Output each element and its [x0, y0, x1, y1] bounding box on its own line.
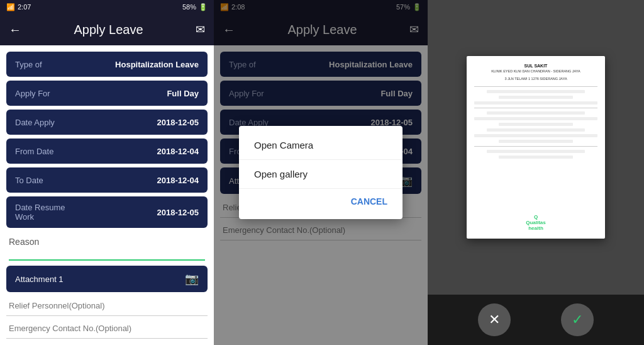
doc-title: SUL SAKIT: [525, 64, 548, 68]
doc-content-6: [499, 123, 573, 126]
type-label: Type of: [15, 60, 42, 69]
doc-content-2: [499, 96, 573, 99]
cancel-icon: ✕: [489, 312, 500, 328]
to-date-label: To Date: [15, 176, 43, 185]
reason-input-area[interactable]: [9, 248, 205, 261]
type-value: Hospitalization Leave: [115, 60, 199, 69]
dialog-overlay: Open Camera Open gallery CANCEL: [214, 0, 428, 345]
date-resume-label: Date ResumeWork: [15, 203, 65, 222]
doc-content-11: [499, 156, 573, 159]
time-1: 2:07: [18, 3, 31, 11]
date-apply-label: Date Apply: [15, 118, 55, 127]
doc-line-1: [474, 86, 597, 87]
type-row[interactable]: Type of Hospitalization Leave: [6, 52, 208, 77]
phone-panel-1: 📶 2:07 58% 🔋 ← Apply Leave ✉ Type of Hos…: [0, 0, 214, 345]
doc-line-2: [474, 108, 597, 108]
from-date-label: From Date: [15, 147, 53, 156]
doc-content-5: [474, 117, 597, 120]
doc-content-4: [487, 111, 586, 115]
emergency-input[interactable]: [6, 319, 208, 339]
document-area: SUL SAKIT KLINIK EYED KLNI DAN CHANDRAN …: [428, 0, 644, 295]
reason-label: Reason: [6, 232, 208, 248]
dialog-box: Open Camera Open gallery CANCEL: [239, 126, 402, 219]
date-apply-value: 2018-12-05: [157, 118, 199, 127]
to-date-row[interactable]: To Date 2018-12-04: [6, 167, 208, 193]
camera-icon[interactable]: 📷: [185, 272, 199, 286]
battery-1: 58%: [182, 3, 196, 11]
doc-subtitle: KLINIK EYED KLNI DAN CHANDRAN - SIDERANG…: [491, 69, 580, 73]
confirm-photo-button[interactable]: ✓: [561, 303, 594, 336]
open-gallery-option[interactable]: Open gallery: [239, 160, 402, 188]
document-paper: SUL SAKIT KLINIK EYED KLNI DAN CHANDRAN …: [467, 56, 605, 239]
open-camera-option[interactable]: Open Camera: [239, 131, 402, 159]
signal-icon: 📶: [6, 3, 15, 11]
to-date-value: 2018-12-04: [157, 176, 199, 185]
apply-for-row[interactable]: Apply For Full Day: [6, 81, 208, 106]
cancel-photo-button[interactable]: ✕: [478, 303, 511, 336]
doc-address: 3 JLN TELAWI 1 1276 SIDERANG JAYA: [504, 77, 567, 81]
doc-content-1: [487, 90, 586, 93]
phone-panel-2: 📶 2:08 57% 🔋 ← Apply Leave ✉ Type of Hos…: [214, 0, 428, 345]
doc-content-3: [474, 101, 597, 105]
panel-content-1: Type of Hospitalization Leave Apply For …: [0, 45, 214, 345]
status-bar-left-1: 📶 2:07: [6, 3, 31, 11]
from-date-value: 2018-12-04: [157, 147, 199, 156]
status-bar-right-1: 58% 🔋: [182, 3, 208, 11]
mail-icon-1[interactable]: ✉: [196, 23, 205, 37]
page-title-1: Apply Leave: [74, 23, 143, 37]
doc-content-8: [474, 134, 597, 137]
phone-panel-3: SUL SAKIT KLINIK EYED KLNI DAN CHANDRAN …: [428, 0, 644, 345]
back-button-1[interactable]: ←: [9, 23, 21, 37]
status-bar-1: 📶 2:07 58% 🔋: [0, 0, 214, 14]
battery-icon-1: 🔋: [199, 3, 208, 11]
attachment-row[interactable]: Attachment 1 📷: [6, 266, 208, 292]
confirm-icon: ✓: [572, 312, 583, 328]
doc-logo: QQualitashealth: [526, 214, 546, 231]
apply-for-label: Apply For: [15, 89, 50, 98]
app-header-1: ← Apply Leave ✉: [0, 14, 214, 45]
doc-line-3: [474, 146, 597, 147]
attachment-label: Attachment 1: [15, 274, 64, 284]
apply-for-value: Full Day: [167, 89, 199, 98]
doc-content-9: [499, 140, 573, 143]
date-apply-row[interactable]: Date Apply 2018-12-05: [6, 110, 208, 135]
doc-content-7: [487, 128, 586, 132]
dialog-cancel-button[interactable]: CANCEL: [239, 189, 402, 214]
date-resume-value: 2018-12-05: [157, 208, 199, 217]
camera-controls: ✕ ✓: [428, 295, 644, 345]
from-date-row[interactable]: From Date 2018-12-04: [6, 139, 208, 164]
doc-content-10: [487, 150, 586, 153]
relief-input[interactable]: [6, 296, 208, 316]
date-resume-row[interactable]: Date ResumeWork 2018-12-05: [6, 196, 208, 228]
